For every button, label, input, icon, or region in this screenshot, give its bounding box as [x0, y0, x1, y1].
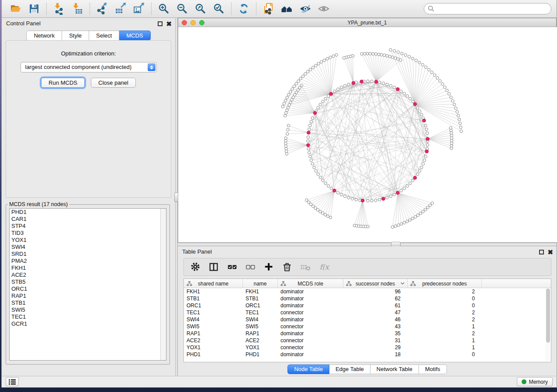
leaf-node[interactable]: [335, 53, 338, 56]
ring-node[interactable]: [426, 144, 429, 146]
leaf-node[interactable]: [439, 79, 441, 82]
ring-node[interactable]: [308, 155, 311, 158]
ring-node[interactable]: [382, 82, 384, 84]
function-builder-button[interactable]: f(x): [317, 260, 332, 274]
task-history-button[interactable]: [6, 377, 19, 386]
leaf-node[interactable]: [421, 63, 424, 66]
mcds-hub-node[interactable]: [426, 137, 429, 141]
leaf-node[interactable]: [414, 216, 416, 218]
leaf-node[interactable]: [291, 88, 294, 90]
mcds-hub-node[interactable]: [360, 80, 363, 83]
leaf-node[interactable]: [284, 99, 287, 102]
leaf-node[interactable]: [304, 72, 307, 75]
ring-node[interactable]: [317, 107, 319, 109]
close-panel-icon[interactable]: ✖: [166, 21, 172, 26]
run-mcds-button[interactable]: Run MCDS: [41, 78, 85, 88]
mcds-hub-node[interactable]: [422, 119, 426, 122]
leaf-node[interactable]: [424, 208, 427, 211]
ring-node[interactable]: [370, 199, 373, 202]
memory-button[interactable]: Memory: [517, 377, 553, 386]
tab-motifs[interactable]: Motifs: [419, 364, 447, 374]
leaf-node[interactable]: [411, 217, 414, 220]
leaf-node[interactable]: [448, 93, 450, 95]
mcds-hub-node[interactable]: [333, 189, 336, 193]
mcds-hub-node[interactable]: [329, 92, 333, 96]
ring-node[interactable]: [315, 169, 317, 172]
leaf-node[interactable]: [411, 57, 414, 60]
ring-node[interactable]: [336, 191, 339, 194]
leaf-node[interactable]: [321, 212, 324, 214]
table-row[interactable]: PHD1PHD1dominator180: [184, 351, 551, 358]
table-row[interactable]: STB1STB1dominator620: [184, 295, 551, 302]
leaf-node[interactable]: [394, 225, 397, 227]
tab-network-table[interactable]: Network Table: [370, 364, 419, 374]
mcds-result-item[interactable]: STP4: [10, 223, 166, 230]
leaf-node[interactable]: [391, 56, 394, 58]
ring-node[interactable]: [412, 179, 414, 182]
ring-node[interactable]: [420, 166, 423, 168]
show-all-button[interactable]: [316, 2, 332, 16]
column-header-successor-nodes[interactable]: successor nodes: [343, 279, 408, 288]
leaf-node[interactable]: [329, 216, 332, 219]
leaf-node[interactable]: [406, 220, 408, 223]
ring-node[interactable]: [343, 195, 346, 197]
add-column-button[interactable]: [262, 260, 277, 274]
leaf-node[interactable]: [315, 64, 317, 67]
ring-node[interactable]: [378, 81, 381, 83]
zoom-selected-button[interactable]: [211, 2, 227, 16]
ring-node[interactable]: [386, 83, 388, 86]
ring-node[interactable]: [378, 198, 381, 201]
leaf-node[interactable]: [285, 152, 288, 155]
ring-node[interactable]: [319, 176, 322, 179]
mcds-result-item[interactable]: FKH1: [10, 265, 166, 272]
mcds-result-item[interactable]: GCR1: [10, 320, 166, 327]
leaf-node[interactable]: [369, 52, 371, 55]
leaf-node[interactable]: [301, 75, 304, 77]
table-row[interactable]: RAP1RAP1dominator352: [184, 330, 551, 337]
ring-node[interactable]: [418, 169, 421, 172]
mcds-hub-node[interactable]: [413, 176, 417, 180]
leaf-node[interactable]: [415, 59, 417, 62]
leaf-node[interactable]: [433, 74, 436, 76]
leaf-node[interactable]: [391, 226, 394, 228]
leaf-node[interactable]: [326, 57, 329, 60]
ring-node[interactable]: [308, 128, 310, 131]
open-file-button[interactable]: [8, 2, 24, 16]
leaf-node[interactable]: [297, 80, 300, 83]
ring-node[interactable]: [403, 187, 405, 189]
mcds-result-item[interactable]: SWI4: [10, 244, 166, 251]
leaf-node[interactable]: [287, 93, 290, 96]
mcds-result-item[interactable]: YOX1: [10, 237, 166, 244]
ring-node[interactable]: [367, 80, 369, 83]
leaf-node[interactable]: [317, 62, 320, 65]
leaf-node[interactable]: [284, 112, 287, 114]
leaf-node[interactable]: [360, 52, 363, 55]
ring-node[interactable]: [393, 193, 395, 196]
export-image-button[interactable]: [131, 2, 147, 16]
horizontal-splitter[interactable]: [178, 243, 557, 246]
select-all-rows-button[interactable]: [225, 260, 240, 274]
ring-node[interactable]: [409, 97, 412, 100]
ring-node[interactable]: [330, 187, 332, 189]
ring-node[interactable]: [425, 128, 428, 131]
leaf-node[interactable]: [316, 209, 319, 211]
mcds-hub-node[interactable]: [307, 144, 310, 147]
ring-node[interactable]: [347, 83, 350, 86]
ring-node[interactable]: [370, 80, 373, 83]
ring-node[interactable]: [313, 166, 315, 168]
leaf-node[interactable]: [377, 53, 380, 55]
ring-node[interactable]: [406, 185, 408, 187]
import-table-button[interactable]: [69, 2, 85, 16]
ring-node[interactable]: [311, 117, 314, 119]
leaf-node[interactable]: [343, 56, 345, 59]
leaf-node[interactable]: [428, 68, 430, 71]
mcds-hub-node[interactable]: [413, 103, 417, 106]
optimization-criterion-select[interactable]: largest connected component (undirected): [21, 62, 157, 72]
export-network-button[interactable]: [94, 2, 110, 16]
close-table-panel-icon[interactable]: ✖: [547, 250, 553, 254]
mcds-hub-node[interactable]: [425, 150, 429, 153]
leaf-node[interactable]: [425, 66, 427, 69]
ring-node[interactable]: [308, 151, 310, 154]
mcds-hub-node[interactable]: [396, 191, 400, 195]
mcds-result-item[interactable]: RAP1: [10, 292, 166, 299]
